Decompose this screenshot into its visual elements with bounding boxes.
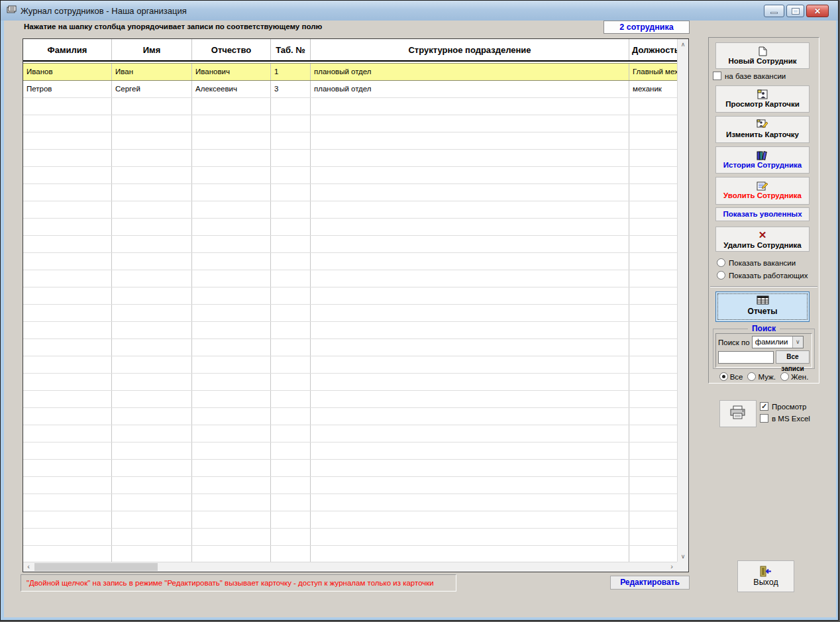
- print-button[interactable]: [719, 400, 757, 427]
- table-cell[interactable]: [629, 219, 677, 235]
- table-cell[interactable]: [112, 132, 192, 149]
- table-cell[interactable]: [629, 184, 677, 201]
- table-cell[interactable]: [311, 391, 629, 407]
- table-cell[interactable]: [112, 219, 192, 235]
- table-cell[interactable]: [192, 511, 271, 528]
- table-row[interactable]: [23, 374, 677, 391]
- table-cell[interactable]: [629, 460, 677, 476]
- new-employee-button[interactable]: Новый Сотрудник: [715, 42, 810, 69]
- table-cell[interactable]: [311, 184, 629, 201]
- table-cell[interactable]: [192, 253, 271, 270]
- table-cell[interactable]: [629, 167, 677, 183]
- table-cell[interactable]: [311, 477, 629, 493]
- table-cell[interactable]: [23, 167, 112, 183]
- table-cell[interactable]: [112, 236, 192, 252]
- table-cell[interactable]: [629, 374, 677, 390]
- table-cell[interactable]: [311, 339, 629, 356]
- table-cell[interactable]: [271, 374, 311, 390]
- table-cell[interactable]: [271, 305, 311, 321]
- table-cell[interactable]: [192, 442, 271, 459]
- table-cell[interactable]: [311, 201, 629, 218]
- table-cell[interactable]: [271, 529, 311, 545]
- all-records-button[interactable]: Все записи: [776, 350, 810, 364]
- column-header[interactable]: Должность: [629, 39, 678, 60]
- table-cell[interactable]: [192, 425, 271, 442]
- table-cell[interactable]: [311, 287, 629, 304]
- vacancy-base-checkbox[interactable]: на базе вакансии: [713, 72, 786, 80]
- table-cell[interactable]: [112, 408, 192, 425]
- table-cell[interactable]: [629, 270, 677, 287]
- table-cell[interactable]: [192, 115, 271, 132]
- table-cell[interactable]: [23, 356, 112, 373]
- table-cell[interactable]: [112, 339, 192, 356]
- table-row[interactable]: [23, 150, 677, 167]
- table-cell[interactable]: [192, 460, 271, 476]
- table-cell[interactable]: [271, 477, 311, 493]
- table-cell[interactable]: [311, 236, 629, 252]
- table-cell[interactable]: [112, 98, 192, 115]
- table-cell[interactable]: [271, 408, 311, 425]
- table-cell[interactable]: [23, 253, 112, 270]
- table-cell[interactable]: Алексеевич: [192, 81, 271, 97]
- table-cell[interactable]: [629, 356, 677, 373]
- table-cell[interactable]: [271, 115, 311, 132]
- table-row[interactable]: [23, 391, 677, 408]
- table-cell[interactable]: [311, 425, 629, 442]
- table-cell[interactable]: [23, 425, 112, 442]
- table-cell[interactable]: [192, 322, 271, 338]
- edit-mode-button[interactable]: Редактировать: [610, 576, 690, 590]
- table-cell[interactable]: [629, 408, 677, 425]
- table-cell[interactable]: [23, 374, 112, 390]
- table-cell[interactable]: [629, 511, 677, 528]
- table-cell[interactable]: [271, 322, 311, 338]
- reports-button[interactable]: Отчеты: [715, 291, 810, 322]
- table-cell[interactable]: [112, 546, 192, 562]
- table-cell[interactable]: Петров: [23, 81, 112, 97]
- table-cell[interactable]: [311, 167, 629, 183]
- table-cell[interactable]: [271, 150, 311, 166]
- table-cell[interactable]: [23, 322, 112, 338]
- table-row[interactable]: [23, 132, 677, 150]
- table-cell[interactable]: [23, 236, 112, 252]
- table-cell[interactable]: [23, 201, 112, 218]
- table-cell[interactable]: [311, 305, 629, 321]
- column-header[interactable]: Фамилия: [23, 39, 112, 60]
- table-cell[interactable]: [23, 546, 112, 562]
- show-working-radio[interactable]: Показать работающих: [717, 271, 808, 280]
- table-cell[interactable]: Сергей: [112, 81, 192, 97]
- table-cell[interactable]: [271, 167, 311, 183]
- table-cell[interactable]: [112, 270, 192, 287]
- table-cell[interactable]: [311, 270, 629, 287]
- table-cell[interactable]: [112, 391, 192, 407]
- table-cell[interactable]: [629, 546, 677, 562]
- table-row[interactable]: [23, 270, 677, 287]
- table-cell[interactable]: 1: [271, 64, 311, 80]
- table-row[interactable]: [23, 339, 677, 356]
- table-cell[interactable]: [271, 132, 311, 149]
- table-cell[interactable]: [271, 98, 311, 115]
- table-cell[interactable]: [271, 236, 311, 252]
- table-cell[interactable]: [271, 270, 311, 287]
- table-row[interactable]: [23, 167, 677, 184]
- table-cell[interactable]: [311, 322, 629, 338]
- table-cell[interactable]: [192, 184, 271, 201]
- checkbox-icon[interactable]: [760, 414, 768, 423]
- table-cell[interactable]: [629, 150, 677, 166]
- table-cell[interactable]: [271, 287, 311, 304]
- table-cell[interactable]: [23, 184, 112, 201]
- table-cell[interactable]: [23, 339, 112, 356]
- checkbox-checked-icon[interactable]: ✓: [760, 402, 768, 411]
- table-cell[interactable]: [23, 287, 112, 304]
- chevron-down-icon[interactable]: ∨: [792, 337, 803, 348]
- table-cell[interactable]: [311, 546, 629, 562]
- table-row[interactable]: [23, 511, 677, 529]
- table-cell[interactable]: [629, 425, 677, 442]
- table-cell[interactable]: [311, 115, 629, 132]
- table-cell[interactable]: [629, 477, 677, 493]
- table-cell[interactable]: плановый отдел: [311, 64, 629, 80]
- table-cell[interactable]: [112, 167, 192, 183]
- table-cell[interactable]: [629, 442, 677, 459]
- table-cell[interactable]: [271, 356, 311, 373]
- column-header[interactable]: Имя: [112, 39, 192, 60]
- table-cell[interactable]: [192, 98, 271, 115]
